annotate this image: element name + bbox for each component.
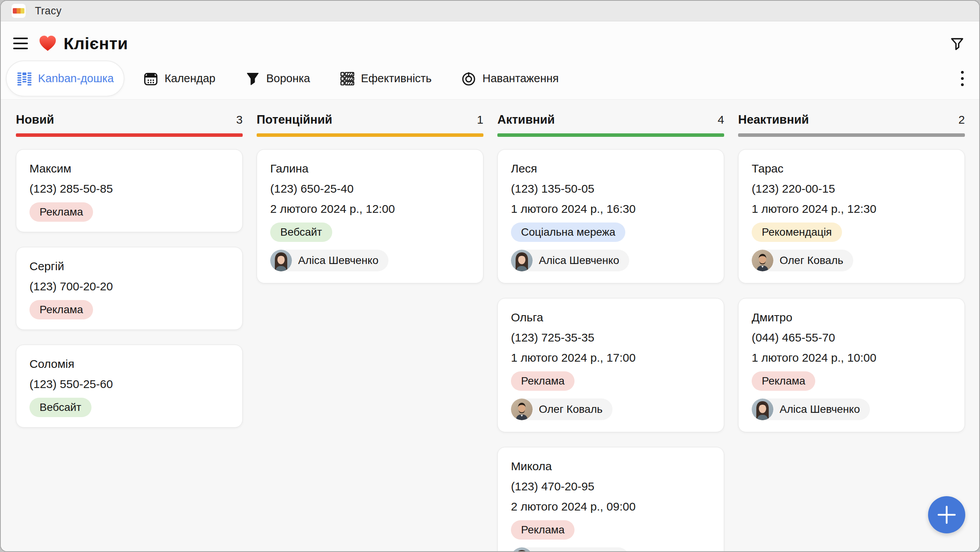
tracy-logo-icon <box>12 4 26 18</box>
assignee-name: Аліса Шевченко <box>780 403 860 416</box>
tab-Навантаження[interactable]: Навантаження <box>450 60 569 97</box>
client-name: Леся <box>511 162 711 175</box>
client-card[interactable]: Сергій(123) 700-20-20Реклама <box>16 247 243 330</box>
man-avatar <box>511 398 533 420</box>
client-card[interactable]: Микола(123) 470-20-952 лютого 2024 р., 0… <box>497 447 724 551</box>
kanban-board-icon <box>17 71 32 86</box>
column-color-bar <box>257 133 483 137</box>
column-count: 4 <box>718 113 724 126</box>
source-tag: Реклама <box>511 520 575 540</box>
kanban-board: Новий3Максим(123) 285-50-85РекламаСергій… <box>1 99 979 551</box>
efficiency-icon <box>340 71 355 86</box>
view-tabs: Kanban-дошка Календар Воронка Ефективніс… <box>6 60 968 97</box>
kanban-column: Активний4Леся(123) 135-50-051 лютого 202… <box>497 113 724 551</box>
assignee-chip: Олег Коваль <box>752 250 853 271</box>
source-tag: Вебсайт <box>270 223 332 242</box>
client-phone: (123) 470-20-95 <box>511 480 711 493</box>
assignee-chip: Олег Коваль <box>511 398 612 420</box>
assignee-chip: Аліса Шевченко <box>511 250 629 271</box>
column-count: 2 <box>958 113 965 126</box>
tab-Воронка[interactable]: Воронка <box>234 60 321 97</box>
client-phone: (044) 465-55-70 <box>752 331 951 344</box>
hamburger-menu-icon[interactable] <box>13 38 28 49</box>
title-bar: Tracy <box>1 1 979 21</box>
client-name: Тарас <box>752 162 951 175</box>
client-name: Галина <box>270 162 470 175</box>
column-title: Неактивний <box>738 113 809 127</box>
column-color-bar <box>16 133 243 137</box>
column-header: Неактивний2 <box>738 113 965 127</box>
client-datetime: 1 лютого 2024 р., 17:00 <box>511 351 711 364</box>
heart-icon <box>39 35 57 52</box>
column-color-bar <box>497 133 724 137</box>
assignee-name: Аліса Шевченко <box>539 254 619 267</box>
plus-icon <box>937 505 956 524</box>
client-datetime: 1 лютого 2024 р., 12:30 <box>752 202 951 216</box>
assignee-name: Олег Коваль <box>539 403 602 416</box>
client-phone: (123) 135-50-05 <box>511 182 711 195</box>
tab-label: Навантаження <box>482 72 559 85</box>
tab-label: Ефективність <box>361 72 432 85</box>
workload-icon <box>461 71 476 86</box>
client-phone: (123) 725-35-35 <box>511 331 711 344</box>
filter-icon[interactable] <box>949 35 965 52</box>
assignee-name: Аліса Шевченко <box>298 254 378 267</box>
client-name: Максим <box>29 162 229 175</box>
app-window: Tracy Клієнти Kanban-дошка <box>0 0 980 552</box>
column-header: Активний4 <box>497 113 724 127</box>
tab-label: Воронка <box>266 72 310 85</box>
page-title: Клієнти <box>64 34 128 53</box>
woman-avatar <box>752 398 773 420</box>
woman-avatar <box>270 250 292 271</box>
column-color-bar <box>738 133 965 137</box>
client-datetime: 2 лютого 2024 р., 12:00 <box>270 202 470 216</box>
assignee-chip: Аліса Шевченко <box>270 250 388 271</box>
tab-Ефективність[interactable]: Ефективність <box>329 60 443 97</box>
client-card[interactable]: Дмитро(044) 465-55-701 лютого 2024 р., 1… <box>738 298 965 432</box>
column-count: 1 <box>477 113 483 126</box>
tab-Kanban-дошка[interactable]: Kanban-дошка <box>6 60 124 97</box>
client-card[interactable]: Галина(123) 650-25-402 лютого 2024 р., 1… <box>257 149 483 283</box>
source-tag: Вебсайт <box>29 398 91 417</box>
assignee-chip: Аліса Шевченко <box>511 547 629 551</box>
header-section: Клієнти Kanban-дошка Календар Воронка <box>1 31 979 109</box>
assignee-chip: Аліса Шевченко <box>752 398 870 420</box>
client-card[interactable]: Ольга(123) 725-35-351 лютого 2024 р., 17… <box>497 298 724 432</box>
woman-avatar <box>511 547 533 551</box>
client-datetime: 2 лютого 2024 р., 09:00 <box>511 500 711 513</box>
client-phone: (123) 285-50-85 <box>29 182 229 195</box>
page-header: Клієнти <box>13 31 965 55</box>
source-tag: Соціальна мережа <box>511 223 625 242</box>
client-phone: (123) 550-25-60 <box>29 378 229 391</box>
column-header: Новий3 <box>16 113 243 127</box>
client-card[interactable]: Максим(123) 285-50-85Реклама <box>16 149 243 232</box>
funnel-icon <box>245 71 261 86</box>
kanban-column: Неактивний2Тарас(123) 220-00-151 лютого … <box>738 113 965 551</box>
client-card[interactable]: Тарас(123) 220-00-151 лютого 2024 р., 12… <box>738 149 965 283</box>
kanban-column: Потенційний1Галина(123) 650-25-402 лютог… <box>257 113 483 551</box>
source-tag: Реклама <box>752 371 815 391</box>
kanban-column: Новий3Максим(123) 285-50-85РекламаСергій… <box>16 113 243 551</box>
column-title: Новий <box>16 113 54 127</box>
client-phone: (123) 220-00-15 <box>752 182 951 195</box>
app-title: Tracy <box>35 5 62 17</box>
man-avatar <box>752 250 773 271</box>
source-tag: Реклама <box>511 371 575 391</box>
add-client-button[interactable] <box>928 496 965 533</box>
tab-label: Календар <box>164 72 215 85</box>
client-phone: (123) 700-20-20 <box>29 280 229 293</box>
client-datetime: 1 лютого 2024 р., 16:30 <box>511 202 711 216</box>
tab-Календар[interactable]: Календар <box>132 60 226 97</box>
client-name: Микола <box>511 460 711 473</box>
tab-label: Kanban-дошка <box>38 72 114 85</box>
source-tag: Рекомендація <box>752 223 842 242</box>
client-card[interactable]: Леся(123) 135-50-051 лютого 2024 р., 16:… <box>497 149 724 283</box>
client-card[interactable]: Соломія(123) 550-25-60Вебсайт <box>16 345 243 428</box>
kebab-menu-icon[interactable] <box>957 69 968 88</box>
assignee-name: Олег Коваль <box>780 254 843 267</box>
client-datetime: 1 лютого 2024 р., 10:00 <box>752 351 951 364</box>
calendar-icon <box>143 71 159 86</box>
client-phone: (123) 650-25-40 <box>270 182 470 195</box>
source-tag: Реклама <box>29 300 93 319</box>
column-header: Потенційний1 <box>257 113 483 127</box>
